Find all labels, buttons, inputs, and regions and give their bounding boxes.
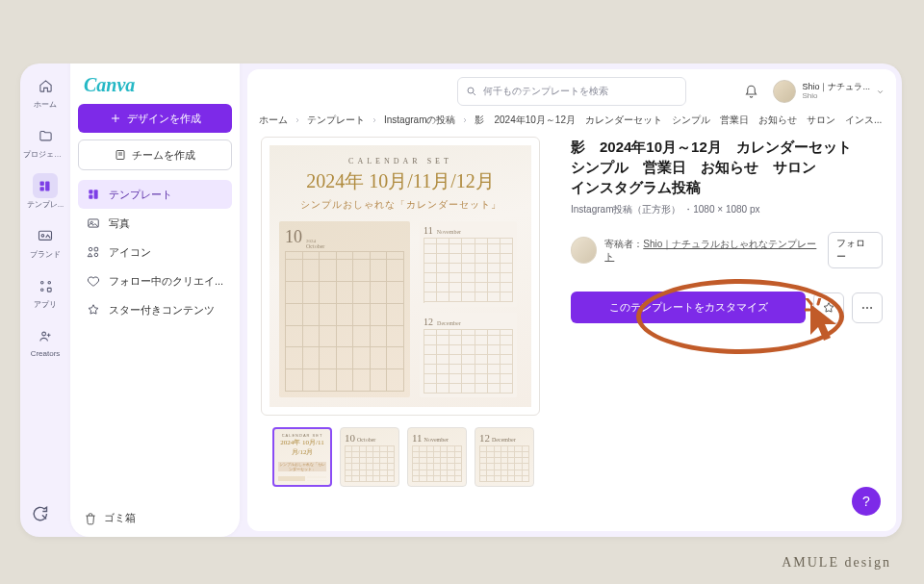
home-icon bbox=[33, 73, 58, 98]
nav-item-starred[interactable]: スター付きコンテンツ bbox=[78, 295, 232, 324]
folder-icon bbox=[33, 123, 58, 148]
rail-item-projects[interactable]: プロジェク... bbox=[23, 119, 67, 164]
create-design-button[interactable]: デザインを作成 bbox=[78, 104, 232, 133]
brand-logo[interactable]: Canva bbox=[84, 71, 228, 98]
more-button[interactable] bbox=[852, 292, 883, 323]
nav-item-photos[interactable]: 写真 bbox=[78, 209, 232, 238]
template-icon bbox=[86, 187, 101, 202]
icon-icon bbox=[86, 244, 101, 260]
left-rail: ホーム プロジェク... テンプレ... ブランド アプリ bbox=[20, 63, 70, 537]
nav-panel: Canva デザインを作成 チームを作成 テンプレート 写真 bbox=[70, 63, 240, 537]
apps-icon bbox=[33, 273, 58, 298]
svg-rect-16 bbox=[89, 190, 92, 193]
template-icon bbox=[33, 173, 58, 198]
star-button[interactable] bbox=[813, 292, 844, 323]
trash-link[interactable]: ゴミ箱 bbox=[84, 511, 136, 525]
nav-item-icons[interactable]: アイコン bbox=[78, 238, 232, 267]
svg-rect-3 bbox=[39, 231, 52, 240]
poster-avatar[interactable] bbox=[571, 237, 597, 264]
svg-point-26 bbox=[862, 306, 864, 308]
svg-point-9 bbox=[41, 332, 45, 336]
chevron-down-icon bbox=[876, 88, 885, 96]
rail-item-apps[interactable]: アプリ bbox=[33, 269, 58, 314]
template-title: 影 2024年10月～12月 カレンダーセット シンプル 営業日 お知らせ サロ… bbox=[571, 137, 883, 197]
bell-icon bbox=[744, 85, 758, 99]
user-menu[interactable]: Shio｜ナチュラ... Shio bbox=[773, 80, 885, 103]
svg-rect-8 bbox=[47, 288, 51, 292]
svg-point-23 bbox=[94, 253, 98, 257]
rail-item-creators[interactable]: Creators bbox=[31, 319, 61, 362]
svg-line-25 bbox=[474, 93, 476, 96]
rail-item-templates[interactable]: テンプレ... bbox=[27, 169, 64, 214]
chevron-right-icon bbox=[294, 116, 301, 124]
content: 何千ものテンプレートを検索 Shio｜ナチュラ... Shio ホーム bbox=[247, 69, 896, 531]
breadcrumb-templates[interactable]: テンプレート bbox=[307, 114, 365, 127]
breadcrumb-home[interactable]: ホーム bbox=[259, 114, 288, 127]
nav-item-templates[interactable]: テンプレート bbox=[78, 180, 232, 209]
help-fab[interactable]: ? bbox=[852, 487, 881, 516]
star-icon bbox=[86, 302, 101, 317]
feedback-icon[interactable] bbox=[30, 504, 49, 523]
svg-point-21 bbox=[89, 247, 92, 251]
notifications-button[interactable] bbox=[738, 79, 763, 104]
follow-button[interactable]: フォロー bbox=[828, 232, 883, 268]
nav-item-following[interactable]: フォロー中のクリエイ... bbox=[78, 267, 232, 295]
svg-point-5 bbox=[40, 281, 43, 284]
rail-item-home[interactable]: ホーム bbox=[33, 69, 58, 114]
svg-rect-22 bbox=[94, 247, 98, 251]
chevron-right-icon bbox=[371, 116, 378, 124]
svg-point-7 bbox=[40, 289, 43, 292]
rail-item-brand[interactable]: ブランド bbox=[30, 219, 61, 264]
more-icon bbox=[860, 301, 874, 315]
svg-rect-2 bbox=[40, 187, 44, 190]
breadcrumb-instagram[interactable]: Instagramの投稿 bbox=[384, 114, 455, 127]
search-input[interactable]: 何千ものテンプレートを検索 bbox=[457, 77, 686, 106]
brand-icon bbox=[33, 223, 58, 248]
svg-point-6 bbox=[48, 281, 51, 284]
photo-icon bbox=[86, 216, 101, 231]
heart-icon bbox=[86, 273, 101, 289]
breadcrumbs: ホーム テンプレート Instagramの投稿 影 2024年10月～12月 カ… bbox=[247, 114, 896, 137]
avatar bbox=[773, 80, 796, 103]
svg-rect-0 bbox=[40, 181, 44, 185]
svg-rect-18 bbox=[89, 195, 92, 199]
info-panel: 影 2024年10月～12月 カレンダーセット シンプル 営業日 お知らせ サロ… bbox=[571, 137, 883, 487]
thumbnail-row: CALENDAR SET 2024年 10月/11月/12月 シンプルおしゃれな… bbox=[261, 416, 550, 487]
thumbnail-1[interactable]: CALENDAR SET 2024年 10月/11月/12月 シンプルおしゃれな… bbox=[272, 427, 332, 487]
svg-rect-17 bbox=[94, 190, 98, 198]
watermark: AMULE design bbox=[782, 555, 891, 571]
creators-icon bbox=[33, 323, 58, 348]
star-icon bbox=[822, 301, 835, 315]
svg-rect-1 bbox=[46, 181, 50, 190]
breadcrumb-current: 影 2024年10月～12月 カレンダーセット シンプル 営業日 お知らせ サロ… bbox=[475, 114, 882, 127]
chevron-right-icon bbox=[461, 116, 469, 124]
search-icon bbox=[466, 86, 477, 97]
create-team-button[interactable]: チームを作成 bbox=[78, 140, 232, 170]
thumbnail-4[interactable]: 12 December bbox=[475, 427, 534, 487]
customize-template-button[interactable]: このテンプレートをカスタマイズ bbox=[571, 292, 806, 323]
topbar: 何千ものテンプレートを検索 Shio｜ナチュラ... Shio bbox=[247, 69, 896, 114]
thumbnail-3[interactable]: 11 November bbox=[407, 427, 467, 487]
svg-point-24 bbox=[468, 88, 474, 93]
svg-point-28 bbox=[870, 306, 872, 308]
template-preview[interactable]: CALENDAR SET 2024年 10月/11月/12月 シンプルおしゃれな… bbox=[261, 137, 540, 416]
svg-point-4 bbox=[41, 234, 44, 237]
thumbnail-2[interactable]: 10 October bbox=[340, 427, 399, 487]
trash-icon bbox=[84, 512, 97, 525]
svg-point-27 bbox=[866, 306, 868, 308]
